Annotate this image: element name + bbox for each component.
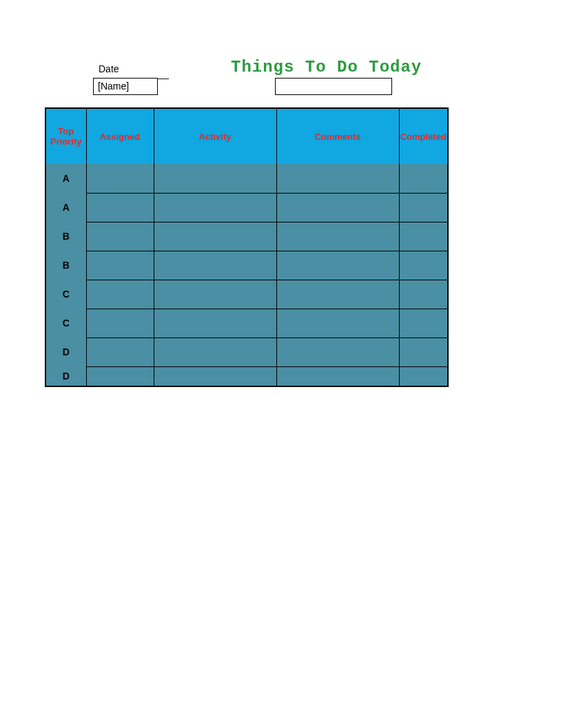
activity-cell[interactable]	[154, 280, 276, 309]
activity-cell[interactable]	[154, 193, 276, 222]
completed-cell[interactable]	[399, 251, 447, 280]
priority-cell: C	[46, 280, 86, 309]
table-row: D	[46, 366, 447, 386]
assigned-cell[interactable]	[86, 337, 154, 366]
comments-cell[interactable]	[276, 366, 399, 386]
assigned-cell[interactable]	[86, 309, 154, 337]
name-input-box[interactable]: [Name]	[93, 78, 158, 95]
todo-table: Top Priority Assigned Activity Comments …	[46, 109, 447, 386]
completed-cell[interactable]	[399, 337, 447, 366]
table-row: B	[46, 222, 447, 251]
table-row: A	[46, 193, 447, 222]
assigned-cell[interactable]	[86, 366, 154, 386]
completed-cell[interactable]	[399, 366, 447, 386]
activity-cell[interactable]	[154, 309, 276, 337]
col-header-priority: Top Priority	[46, 109, 86, 164]
priority-cell: B	[46, 251, 86, 280]
assigned-cell[interactable]	[86, 193, 154, 222]
assigned-cell[interactable]	[86, 251, 154, 280]
assigned-cell[interactable]	[86, 164, 154, 193]
activity-cell[interactable]	[154, 337, 276, 366]
blank-input-box[interactable]	[275, 78, 392, 95]
col-header-comments: Comments	[276, 109, 399, 164]
comments-cell[interactable]	[276, 280, 399, 309]
table-body: A A B B	[46, 164, 447, 386]
activity-cell[interactable]	[154, 251, 276, 280]
completed-cell[interactable]	[399, 280, 447, 309]
todo-table-wrap: Top Priority Assigned Activity Comments …	[45, 107, 449, 387]
activity-cell[interactable]	[154, 366, 276, 386]
table-row: B	[46, 251, 447, 280]
completed-cell[interactable]	[399, 222, 447, 251]
priority-cell: C	[46, 309, 86, 337]
comments-cell[interactable]	[276, 164, 399, 193]
date-label: Date	[99, 63, 119, 74]
comments-cell[interactable]	[276, 222, 399, 251]
priority-cell: D	[46, 366, 86, 386]
comments-cell[interactable]	[276, 251, 399, 280]
col-header-completed: Completed	[399, 109, 447, 164]
assigned-cell[interactable]	[86, 222, 154, 251]
comments-cell[interactable]	[276, 337, 399, 366]
priority-cell: B	[46, 222, 86, 251]
completed-cell[interactable]	[399, 164, 447, 193]
priority-cell: A	[46, 193, 86, 222]
table-row: C	[46, 280, 447, 309]
col-header-assigned: Assigned	[86, 109, 154, 164]
activity-cell[interactable]	[154, 164, 276, 193]
comments-cell[interactable]	[276, 309, 399, 337]
activity-cell[interactable]	[154, 222, 276, 251]
completed-cell[interactable]	[399, 193, 447, 222]
page-title: Things To Do Today	[231, 58, 422, 76]
table-row: A	[46, 164, 447, 193]
header-row: Top Priority Assigned Activity Comments …	[46, 109, 447, 164]
col-header-activity: Activity	[154, 109, 276, 164]
completed-cell[interactable]	[399, 309, 447, 337]
table-row: C	[46, 309, 447, 337]
comments-cell[interactable]	[276, 193, 399, 222]
table-row: D	[46, 337, 447, 366]
assigned-cell[interactable]	[86, 280, 154, 309]
priority-cell: D	[46, 337, 86, 366]
priority-cell: A	[46, 164, 86, 193]
